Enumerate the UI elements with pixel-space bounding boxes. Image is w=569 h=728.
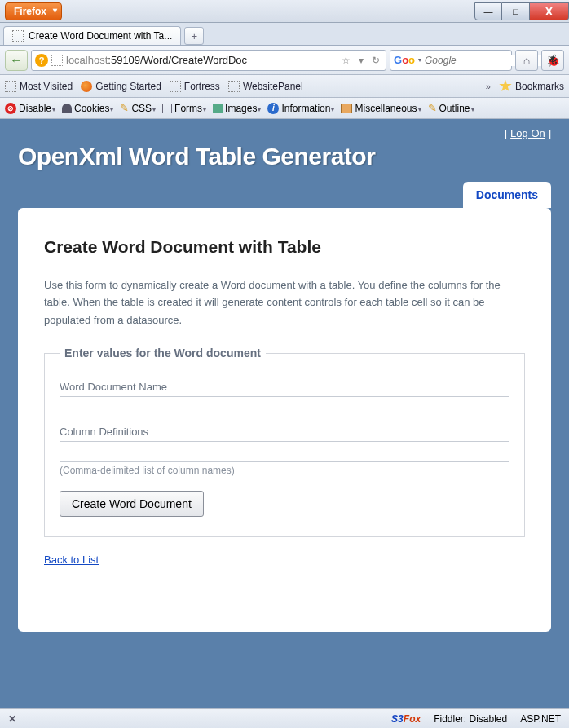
identity-icon[interactable]: ?: [35, 54, 48, 67]
pencil-icon: ✎: [120, 102, 129, 114]
addon-button[interactable]: 🐞: [541, 50, 564, 71]
site-title: OpenXml Word Table Generator: [18, 143, 551, 170]
url-host: localhost: [66, 54, 108, 66]
dev-css[interactable]: ✎CSS: [120, 102, 156, 114]
generic-icon: [170, 81, 181, 92]
google-icon: Goo: [394, 54, 415, 66]
dev-information[interactable]: iInformation: [267, 103, 334, 114]
content-card: Create Word Document with Table Use this…: [18, 208, 551, 632]
disable-icon: ⊘: [5, 103, 16, 114]
bookmark-getting-started[interactable]: Getting Started: [81, 81, 161, 92]
dev-cookies[interactable]: Cookies: [62, 103, 113, 114]
page-heading: Create Word Document with Table: [44, 237, 525, 257]
bookmark-fortress[interactable]: Fortress: [170, 81, 220, 92]
star-icon: [499, 80, 512, 93]
tab-strip: Create Word Document with Ta... +: [0, 23, 569, 46]
status-bar: ✕ S3Fox Fiddler: Disabled ASP.NET: [0, 708, 569, 728]
generic-icon: [5, 81, 16, 92]
webdev-toolbar: ⊘Disable Cookies ✎CSS Forms Images iInfo…: [0, 98, 569, 119]
tab-title: Create Word Document with Ta...: [29, 30, 172, 42]
url-dropdown-icon[interactable]: ▾: [356, 55, 366, 66]
bookmark-most-visited[interactable]: Most Visited: [5, 81, 73, 92]
page-icon: [12, 30, 24, 42]
navigation-toolbar: ← ? localhost:59109/Word/CreateWordDoc ☆…: [0, 46, 569, 75]
doc-name-label: Word Document Name: [60, 381, 509, 393]
person-icon: [62, 104, 72, 113]
status-close-icon[interactable]: ✕: [8, 713, 16, 725]
browser-tab[interactable]: Create Word Document with Ta...: [3, 26, 181, 45]
home-button[interactable]: ⌂: [515, 50, 538, 71]
page-content: [ Log On ] OpenXml Word Table Generator …: [0, 119, 569, 708]
fieldset-legend: Enter values for the Word document: [60, 346, 266, 360]
url-text: localhost:59109/Word/CreateWordDoc: [66, 54, 336, 66]
image-icon: [213, 104, 223, 113]
bookmark-websitepanel[interactable]: WebsitePanel: [228, 81, 303, 92]
maximize-button[interactable]: □: [502, 2, 530, 20]
form-icon: [162, 104, 172, 113]
create-document-button[interactable]: Create Word Document: [60, 491, 204, 517]
fiddler-status[interactable]: Fiddler: Disabled: [434, 713, 507, 725]
search-box[interactable]: Goo▾ 🔍: [390, 50, 512, 71]
window-controls: — □ X: [474, 2, 569, 20]
column-defs-hint: (Comma-delimited list of column names): [60, 465, 509, 476]
logon-link[interactable]: Log On: [510, 127, 545, 139]
aspnet-status[interactable]: ASP.NET: [520, 713, 561, 725]
address-bar[interactable]: ? localhost:59109/Word/CreateWordDoc ☆ ▾…: [31, 50, 386, 71]
firefox-menu-button[interactable]: Firefox: [5, 2, 62, 20]
close-window-button[interactable]: X: [530, 2, 569, 20]
dev-forms[interactable]: Forms: [162, 103, 206, 114]
reload-icon[interactable]: ↻: [369, 55, 382, 66]
bookmarks-menu[interactable]: Bookmarks: [499, 80, 564, 93]
back-to-list-link[interactable]: Back to List: [44, 554, 99, 566]
generic-icon: [228, 81, 240, 92]
column-defs-label: Column Definitions: [60, 426, 509, 438]
ruler-icon: [341, 104, 352, 113]
dev-outline[interactable]: ✎Outline: [428, 102, 474, 114]
form-fieldset: Enter values for the Word document Word …: [44, 346, 525, 537]
s3fox-indicator[interactable]: S3Fox: [391, 713, 421, 725]
bookmarks-toolbar: Most Visited Getting Started Fortress We…: [0, 75, 569, 98]
dev-disable[interactable]: ⊘Disable: [5, 103, 55, 114]
tab-documents[interactable]: Documents: [463, 182, 551, 208]
new-tab-button[interactable]: +: [184, 27, 204, 45]
back-button[interactable]: ←: [5, 50, 28, 71]
logon-area: [ Log On ]: [18, 127, 551, 139]
column-defs-input[interactable]: [60, 441, 509, 462]
favicon: [51, 55, 63, 66]
dev-miscellaneous[interactable]: Miscellaneous: [341, 103, 421, 114]
window-titlebar: Firefox — □ X: [0, 0, 569, 23]
page-tabs: Documents: [18, 182, 551, 208]
overflow-chevron-icon[interactable]: »: [486, 82, 491, 91]
bookmark-star-icon[interactable]: ☆: [339, 55, 353, 66]
intro-text: Use this form to dynamically create a Wo…: [44, 276, 525, 329]
firefox-icon: [81, 81, 92, 92]
info-icon: i: [267, 103, 279, 114]
pencil-icon: ✎: [428, 102, 437, 114]
url-path: :59109/Word/CreateWordDoc: [108, 54, 247, 66]
doc-name-input[interactable]: [60, 396, 509, 417]
minimize-button[interactable]: —: [474, 2, 502, 20]
dev-images[interactable]: Images: [213, 103, 261, 114]
